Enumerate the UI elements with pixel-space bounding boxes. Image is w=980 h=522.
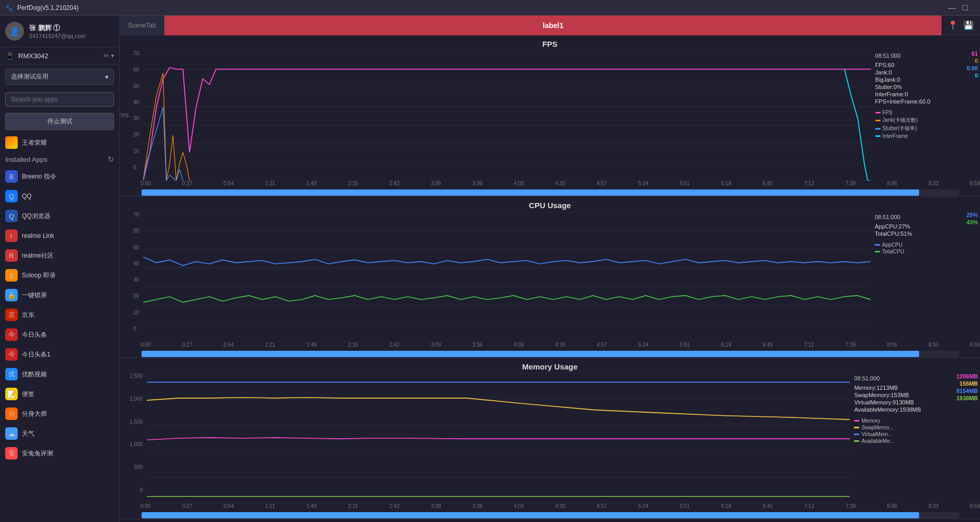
- memory-scrollbar-thumb[interactable]: [142, 512, 919, 518]
- stutter-legend-dot: [875, 128, 881, 130]
- memory-stat-swap: SwapMemory:153MB: [854, 392, 950, 398]
- maximize-button[interactable]: ☐: [962, 4, 969, 12]
- app-list-item[interactable]: SSoloop 即录: [0, 265, 119, 285]
- appcpu-legend-dot: [875, 244, 880, 246]
- fps-plot: [143, 50, 871, 181]
- mem-y-2500: 2,500: [130, 373, 143, 379]
- mem-y-1000: 1,000: [130, 441, 143, 447]
- app-list-item[interactable]: rrealme Link: [0, 226, 119, 246]
- cpu-scrollbar-thumb[interactable]: [142, 351, 919, 357]
- fps-legend-interframe: InterFrame: [875, 133, 961, 139]
- minimize-button[interactable]: —: [948, 4, 956, 12]
- app-name: 安兔兔评测: [22, 449, 53, 458]
- mem-y-1500: 1,500: [130, 419, 143, 425]
- fps-timestamp: 08:51:000: [875, 53, 961, 59]
- app-select-dropdown[interactable]: 选择测试应用 ▾: [5, 69, 114, 85]
- app-icon: 分: [5, 408, 18, 420]
- cpu-right-values: 25% 43%: [964, 212, 980, 342]
- app-name: realme Link: [22, 232, 54, 239]
- memory-val2: 155MB: [956, 380, 978, 387]
- app-icon: 🐾: [5, 4, 13, 11]
- scene-tab-button[interactable]: SceneTab: [120, 16, 165, 35]
- stutter-legend-label: Stutter(卡顿率): [883, 125, 917, 132]
- app-list-item[interactable]: Rrealme社区: [0, 246, 119, 265]
- app-name: 分身大师: [22, 410, 47, 418]
- available-legend-dot: [854, 440, 859, 442]
- location-icon[interactable]: 📍: [948, 20, 958, 30]
- main-layout: 👤 张 鹏辉 ① 2417415247@qq.com 📱 RMX3042 ✏ ▾…: [0, 16, 980, 522]
- cpu-y-50: 50: [133, 245, 139, 250]
- app-icon: S: [5, 269, 18, 282]
- username: 张 鹏辉 ①: [29, 23, 114, 33]
- stop-test-button[interactable]: 停止测试: [5, 113, 114, 130]
- search-input[interactable]: [5, 92, 114, 107]
- fps-y-50: 50: [133, 83, 139, 89]
- edit-device-icon[interactable]: ✏: [104, 52, 109, 59]
- user-info: 张 鹏辉 ① 2417415247@qq.com: [29, 23, 114, 39]
- memory-legend-label: Memory: [861, 418, 880, 424]
- device-section[interactable]: 📱 RMX3042 ✏ ▾: [0, 47, 119, 65]
- memory-chart-section: Memory Usage 2,500 2,000 1,500 1,000 500…: [120, 358, 980, 519]
- app-list-item[interactable]: 安安兔兔评测: [0, 443, 119, 463]
- app-list-item[interactable]: 分分身大师: [0, 404, 119, 424]
- user-section: 👤 张 鹏辉 ① 2417415247@qq.com: [0, 16, 119, 47]
- fps-legend-stutter: Stutter(卡顿率): [875, 125, 961, 132]
- app-list-item[interactable]: QQQ浏览器: [0, 206, 119, 226]
- memory-val4: 1938MB: [956, 395, 978, 401]
- installed-apps-header: Installed Apps ↻: [0, 152, 119, 167]
- app-icon: R: [5, 249, 18, 262]
- swap-legend-dot: [854, 427, 859, 428]
- label-tab[interactable]: label1: [165, 16, 941, 35]
- device-name: RMX3042: [18, 52, 99, 60]
- device-controls[interactable]: ✏ ▾: [104, 52, 114, 59]
- memory-x-axis: 0:000:270:54 1:211:482:15 2:423:093:36 4…: [120, 503, 980, 511]
- memory-svg: [147, 373, 850, 503]
- fps-scrollbar[interactable]: [141, 189, 959, 196]
- app-list-item[interactable]: 京京东: [0, 305, 119, 325]
- fps-y-40: 40: [133, 99, 139, 105]
- fps-stat-interframe: InterFrame:0: [875, 91, 961, 97]
- apps-list: BBreeno 指令QQQQQQ浏览器rrealme LinkRrealme社区…: [0, 167, 119, 522]
- app-icon: 今: [5, 348, 18, 361]
- jank-legend-dot: [875, 120, 881, 121]
- app-list-item[interactable]: 今今日头条1: [0, 345, 119, 364]
- cpu-chart-container: 70 60 50 40 30 20 10 0: [120, 212, 980, 342]
- app-name: 今日头条1: [22, 350, 51, 359]
- memory-scrollbar[interactable]: [141, 512, 959, 518]
- fps-chart-section: FPS FPS 70 60 50 40 30 20 10 0: [120, 35, 980, 197]
- app-list-item[interactable]: BBreeno 指令: [0, 167, 119, 186]
- fps-legend-dot: [875, 112, 881, 113]
- available-legend-label: AvailableMe...: [861, 438, 894, 444]
- app-name: 优酷视频: [22, 370, 47, 379]
- charts-area: FPS FPS 70 60 50 40 30 20 10 0: [120, 35, 980, 522]
- memory-legend-dot: [854, 420, 859, 422]
- recent-app-item[interactable]: 王者荣耀: [0, 133, 119, 152]
- app-list-item[interactable]: 今今日头条: [0, 325, 119, 345]
- save-icon[interactable]: 💾: [963, 20, 974, 30]
- interframe-legend-label: InterFrame: [883, 133, 908, 139]
- app-list-item[interactable]: 🔒一键锁屏: [0, 285, 119, 305]
- memory-stat-mem: Memory:1213MB: [854, 385, 950, 391]
- fps-scrollbar-thumb[interactable]: [142, 189, 919, 196]
- chevron-down-icon[interactable]: ▾: [111, 52, 114, 59]
- fps-svg: [143, 50, 871, 181]
- title-bar-controls[interactable]: — ☐: [948, 4, 975, 12]
- cpu-scrollbar[interactable]: [141, 351, 959, 357]
- cpu-chart-section: CPU Usage 70 60 50 40 30 20 10 0: [120, 197, 980, 358]
- refresh-icon[interactable]: ↻: [108, 155, 114, 163]
- cpu-stats-panel: 08:51:000 AppCPU:27% TotalCPU:51% AppCPU…: [871, 212, 964, 342]
- fps-y-70: 70: [133, 50, 139, 56]
- tab-icon-buttons[interactable]: 📍 💾: [941, 20, 980, 30]
- cpu-timestamp: 08:51:000: [875, 214, 960, 220]
- jank-legend-label: Jank(卡顿次数): [883, 117, 918, 124]
- recent-app-name: 王者荣耀: [22, 138, 47, 147]
- app-list-item[interactable]: QQQ: [0, 186, 119, 206]
- app-list-item[interactable]: 📝便签: [0, 384, 119, 404]
- app-list-item[interactable]: 优优酷视频: [0, 364, 119, 384]
- fps-y-axis-label: FPS: [120, 113, 129, 119]
- cpu-y-0: 0: [133, 326, 139, 332]
- title-bar: 🐾 PerfDog(v5.1.210204) — ☐: [0, 0, 980, 16]
- app-icon: ☁: [5, 427, 18, 440]
- app-list-item[interactable]: ☁天气: [0, 424, 119, 443]
- app-icon: r: [5, 230, 18, 242]
